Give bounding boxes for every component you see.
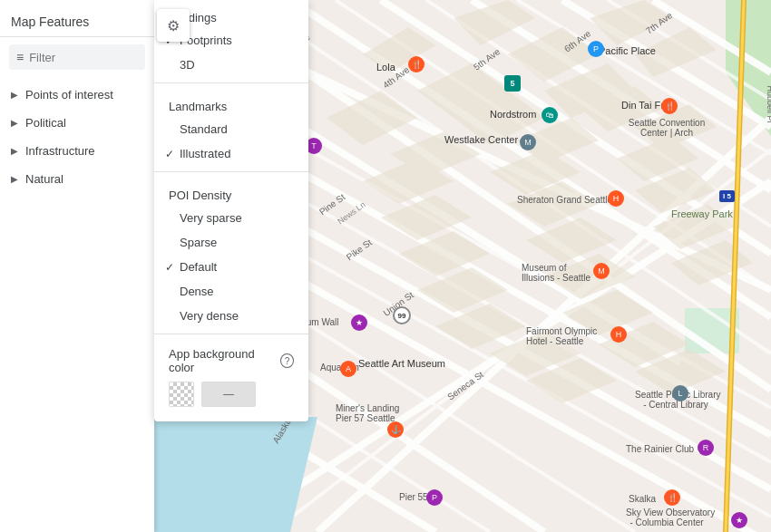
chevron-icon: ▶: [11, 146, 18, 156]
sidebar-item-label: Infrastructure: [25, 144, 95, 158]
landmarks-section-label: Landmarks: [154, 89, 308, 117]
sidebar-item-label: Natural: [25, 172, 63, 186]
dense-label: Dense: [180, 285, 214, 298]
sidebar-title: Map Features: [0, 0, 154, 37]
sidebar-item-infrastructure[interactable]: ▶ Infrastructure: [0, 137, 154, 165]
standard-item[interactable]: Standard: [154, 117, 308, 141]
sidebar-item-label: Political: [25, 116, 66, 130]
sidebar-item-poi[interactable]: ▶ Points of interest: [0, 81, 154, 109]
checkerboard-swatch[interactable]: [169, 382, 194, 407]
very-sparse-label: Very sparse: [180, 211, 242, 225]
dense-item[interactable]: Dense: [154, 279, 308, 304]
illustrated-item[interactable]: Illustrated: [154, 141, 308, 166]
help-icon[interactable]: ?: [280, 353, 294, 368]
3d-label: 3D: [180, 58, 195, 72]
chevron-icon: ▶: [11, 90, 18, 100]
very-sparse-item[interactable]: Very sparse: [154, 206, 308, 230]
divider-1: [154, 82, 308, 83]
sidebar-item-political[interactable]: ▶ Political: [0, 109, 154, 137]
divider-3: [154, 334, 308, 334]
chevron-icon: ▶: [11, 174, 18, 184]
default-item[interactable]: Default: [154, 255, 308, 279]
filter-bar[interactable]: ≡: [9, 44, 145, 70]
gear-button[interactable]: ⚙: [157, 9, 190, 42]
standard-label: Standard: [180, 122, 228, 136]
sparse-label: Sparse: [180, 236, 217, 249]
3d-item[interactable]: 3D: [154, 53, 308, 77]
app-background-label: App background color ?: [169, 347, 294, 374]
default-label: Default: [180, 260, 217, 274]
app-background-controls: —: [169, 382, 294, 407]
divider-2: [154, 171, 308, 172]
illustrated-label: Illustrated: [180, 147, 230, 160]
sidebar-item-natural[interactable]: ▶ Natural: [0, 165, 154, 193]
very-dense-item[interactable]: Very dense: [154, 304, 308, 328]
filter-icon: ≡: [16, 50, 24, 64]
poi-density-section-label: POI Density: [154, 178, 308, 206]
sidebar-item-label: Points of interest: [25, 88, 113, 102]
filter-input[interactable]: [29, 51, 138, 64]
sparse-item[interactable]: Sparse: [154, 230, 308, 255]
app-background-section: App background color ? —: [154, 340, 308, 414]
chevron-icon: ▶: [11, 118, 18, 128]
very-dense-label: Very dense: [180, 309, 239, 323]
sidebar-nav: ▶ Points of interest ▶ Political ▶ Infra…: [0, 77, 154, 532]
color-swatch[interactable]: —: [201, 382, 256, 407]
dropdown-panel: Buildings Footprints 3D Landmarks Standa…: [154, 0, 308, 421]
sidebar: Map Features ≡ ▶ Points of interest ▶ Po…: [0, 0, 154, 532]
svg-marker-62: [154, 417, 317, 532]
gear-icon: ⚙: [167, 17, 180, 34]
